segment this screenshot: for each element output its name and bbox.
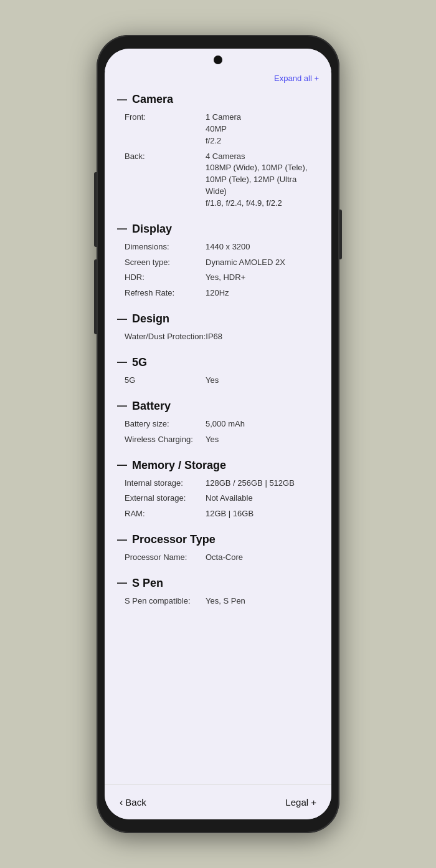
section-header-processor: —Processor Type <box>105 528 331 550</box>
spec-label: Refresh Rate: <box>125 287 206 297</box>
spec-value: IP68 <box>206 331 319 343</box>
section-processor: —Processor TypeProcessor Name:Octa-Core <box>105 528 331 566</box>
spec-row: Internal storage:128GB / 256GB | 512GB <box>105 476 331 491</box>
section-header-design: —Design <box>105 307 331 329</box>
spec-row: RAM:12GB | 16GB <box>105 506 331 522</box>
front-camera <box>214 55 222 64</box>
section-dash-icon: — <box>117 534 127 546</box>
spec-value: Dynamic AMOLED 2X <box>206 257 319 269</box>
section-header-memory: —Memory / Storage <box>105 454 331 476</box>
spec-row: Wireless Charging:Yes <box>105 432 331 448</box>
spec-label: Wireless Charging: <box>125 434 206 444</box>
spec-value: Yes <box>206 434 319 446</box>
section-dash-icon: — <box>117 577 127 589</box>
chevron-left-icon: ‹ <box>120 797 123 808</box>
spec-value: 5,000 mAh <box>206 418 319 430</box>
spec-value: Yes, HDR+ <box>206 272 319 284</box>
spec-label: 5G <box>125 375 206 385</box>
spec-value: 128GB / 256GB | 512GB <box>206 478 319 489</box>
spec-row: External storage:Not Available <box>105 491 331 506</box>
spec-value: 1 Camera 40MP f/2.2 <box>206 112 319 147</box>
spec-label: Battery size: <box>125 418 206 428</box>
section-title-5g: 5G <box>132 356 147 369</box>
content-area[interactable]: Expand all + —CameraFront:1 Camera 40MP … <box>105 71 331 784</box>
spec-label: Dimensions: <box>125 241 206 251</box>
phone-screen: Expand all + —CameraFront:1 Camera 40MP … <box>105 49 331 819</box>
phone-device: Expand all + —CameraFront:1 Camera 40MP … <box>97 35 339 833</box>
section-title-camera: Camera <box>132 93 173 106</box>
spec-value: Not Available <box>206 493 319 504</box>
section-dash-icon: — <box>117 400 127 412</box>
spec-row: S Pen compatible:Yes, S Pen <box>105 594 331 609</box>
section-header-5g: —5G <box>105 351 331 373</box>
spec-row: Battery size:5,000 mAh <box>105 417 331 432</box>
section-camera: —CameraFront:1 Camera 40MP f/2.2Back:4 C… <box>105 88 331 211</box>
section-dash-icon: — <box>117 460 127 471</box>
spec-label: External storage: <box>125 493 206 503</box>
section-header-spen: —S Pen <box>105 572 331 594</box>
spec-value: 4 Cameras 108MP (Wide), 10MP (Tele), 10M… <box>206 151 319 210</box>
section-memory: —Memory / StorageInternal storage:128GB … <box>105 454 331 523</box>
section-design: —DesignWater/Dust Protection:IP68 <box>105 307 331 345</box>
section-dash-icon: — <box>117 94 127 105</box>
expand-all-row: Expand all + <box>105 71 331 88</box>
spec-label: Front: <box>125 112 206 122</box>
section-dash-icon: — <box>117 357 127 368</box>
specs-container: —CameraFront:1 Camera 40MP f/2.2Back:4 C… <box>105 88 331 609</box>
section-title-memory: Memory / Storage <box>132 459 226 472</box>
spec-row: HDR:Yes, HDR+ <box>105 270 331 286</box>
notch-area <box>105 49 331 71</box>
section-dash-icon: — <box>117 314 127 325</box>
expand-all-button[interactable]: Expand all + <box>274 74 319 83</box>
section-battery: —BatteryBattery size:5,000 mAhWireless C… <box>105 395 331 448</box>
spec-value: 120Hz <box>206 287 319 299</box>
section-display: —DisplayDimensions:1440 x 3200Screen typ… <box>105 218 331 301</box>
spec-row: Refresh Rate:120Hz <box>105 286 331 301</box>
back-button[interactable]: ‹ Back <box>120 797 146 808</box>
spec-label: S Pen compatible: <box>125 596 206 605</box>
spec-row: Water/Dust Protection:IP68 <box>105 329 331 345</box>
section-title-processor: Processor Type <box>132 533 216 546</box>
spec-row: Front:1 Camera 40MP f/2.2 <box>105 110 331 149</box>
spec-label: Back: <box>125 151 206 161</box>
section-header-battery: —Battery <box>105 395 331 417</box>
spec-label: HDR: <box>125 272 206 282</box>
spec-value: 1440 x 3200 <box>206 241 319 253</box>
section-title-battery: Battery <box>132 400 171 413</box>
section-spen: —S PenS Pen compatible:Yes, S Pen <box>105 572 331 609</box>
section-5g: —5G5GYes <box>105 351 331 388</box>
section-title-display: Display <box>132 223 172 236</box>
spec-row: Processor Name:Octa-Core <box>105 550 331 566</box>
spec-label: RAM: <box>125 508 206 518</box>
back-label: Back <box>125 797 146 808</box>
spec-label: Water/Dust Protection: <box>125 331 206 341</box>
spec-label: Internal storage: <box>125 478 206 488</box>
spec-row: Screen type:Dynamic AMOLED 2X <box>105 255 331 271</box>
section-dash-icon: — <box>117 223 127 234</box>
spec-row: Dimensions:1440 x 3200 <box>105 239 331 255</box>
spec-row: 5GYes <box>105 373 331 388</box>
section-title-design: Design <box>132 312 169 326</box>
spec-row: Back:4 Cameras 108MP (Wide), 10MP (Tele)… <box>105 149 331 211</box>
legal-button[interactable]: Legal + <box>285 797 316 808</box>
section-header-camera: —Camera <box>105 88 331 110</box>
bottom-nav: ‹ Back Legal + <box>105 784 331 819</box>
spec-label: Screen type: <box>125 257 206 267</box>
spec-value: Octa-Core <box>206 552 319 564</box>
spec-label: Processor Name: <box>125 552 206 562</box>
section-title-spen: S Pen <box>132 577 163 590</box>
spec-value: 12GB | 16GB <box>206 508 319 520</box>
section-header-display: —Display <box>105 218 331 239</box>
spec-value: Yes <box>206 375 319 387</box>
spec-value: Yes, S Pen <box>206 596 319 607</box>
